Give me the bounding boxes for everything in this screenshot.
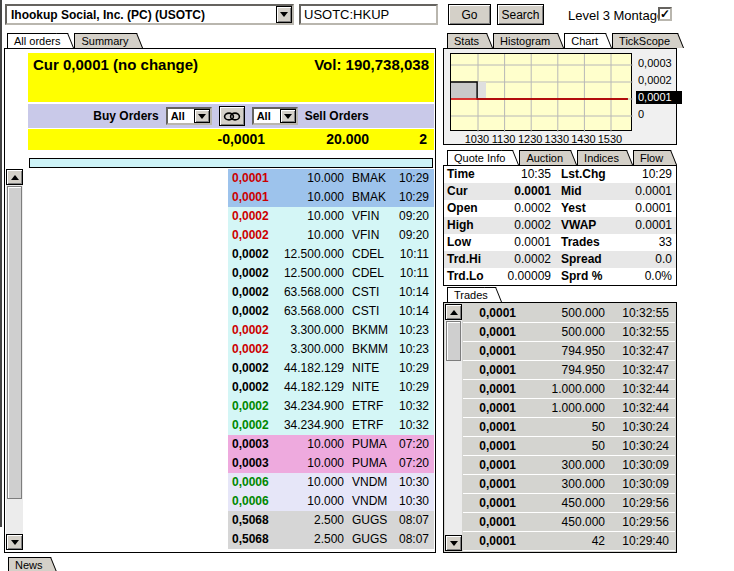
- order-size: 12.500.000: [280, 264, 344, 283]
- order-time: 10:30: [392, 492, 434, 511]
- quote-label: Trades: [551, 234, 615, 251]
- tab-tickscope[interactable]: TickScope: [612, 33, 675, 48]
- quote-value: 0.0001: [494, 183, 551, 200]
- chevron-down-icon[interactable]: [280, 109, 296, 123]
- sell-orders-label: Sell Orders: [305, 109, 369, 123]
- order-row[interactable]: 0,00023.300.000BKMM10:23: [25, 340, 434, 359]
- chevron-down-icon[interactable]: [276, 6, 292, 23]
- scroll-down-button[interactable]: [445, 535, 462, 551]
- scroll-up-button[interactable]: [445, 304, 462, 320]
- current-price-text: Cur 0,0001 (no change): [33, 56, 198, 99]
- trade-row[interactable]: 0,0001500.00010:32:55: [463, 304, 675, 323]
- symbol-select[interactable]: Ihookup Social, Inc. (PC) (USOTC): [5, 4, 294, 25]
- order-row[interactable]: 0,000212.500.000CDEL10:11: [25, 245, 434, 264]
- order-price: 0,0002: [228, 264, 280, 283]
- best-size: 20.000: [265, 129, 369, 150]
- order-row[interactable]: 0,000610.000VNDM10:30: [25, 473, 434, 492]
- tab-flow[interactable]: Flow: [633, 150, 668, 165]
- trade-row[interactable]: 0,0001450.00010:29:56: [463, 513, 675, 532]
- trade-row[interactable]: 0,0001794.95010:32:47: [463, 342, 675, 361]
- order-time: 08:07: [392, 511, 434, 530]
- order-size: 10.000: [280, 188, 344, 207]
- trades-scrollbar[interactable]: [445, 304, 462, 551]
- order-market-maker: ETRF: [344, 397, 392, 416]
- chevron-down-icon[interactable]: [194, 109, 210, 123]
- order-row[interactable]: 0,000263.568.000CSTI10:14: [25, 302, 434, 321]
- trade-row[interactable]: 0,00011.000.00010:32:44: [463, 380, 675, 399]
- order-row-sell-side: 0,000244.182.129NITE10:29: [228, 378, 434, 397]
- order-row-sell-side: 0,000610.000VNDM10:30: [228, 492, 434, 511]
- buy-filter-select[interactable]: All: [166, 107, 212, 125]
- order-row[interactable]: 0,000310.000PUMA07:20: [25, 454, 434, 473]
- link-filters-button[interactable]: [219, 106, 245, 126]
- go-button[interactable]: Go: [448, 4, 491, 25]
- order-row[interactable]: 0,000244.182.129NITE10:29: [25, 378, 434, 397]
- trade-price: 0,0001: [463, 380, 516, 398]
- trade-time: 10:32:47: [605, 342, 675, 360]
- trade-row[interactable]: 0,0001450.00010:29:56: [463, 494, 675, 513]
- scrollbar-thumb[interactable]: [446, 321, 461, 361]
- order-row-buy-side: [25, 378, 228, 397]
- trade-row[interactable]: 0,00015010:30:24: [463, 437, 675, 456]
- best-quote-row: -0,0001 20.000 2: [28, 129, 434, 150]
- tab-auction[interactable]: Auction: [519, 150, 568, 165]
- order-row[interactable]: 0,000244.182.129NITE10:29: [25, 359, 434, 378]
- order-row[interactable]: 0,000310.000PUMA07:20: [25, 435, 434, 454]
- orderbook-scrollbar[interactable]: [6, 169, 23, 550]
- price-chart-plot: [450, 53, 632, 131]
- order-row[interactable]: 0,000210.000VFIN09:20: [25, 226, 434, 245]
- scrollbar-thumb[interactable]: [7, 186, 22, 499]
- order-row-buy-side: [25, 416, 228, 435]
- tab-news[interactable]: News: [8, 557, 48, 571]
- scroll-down-button[interactable]: [6, 534, 23, 550]
- order-row-sell-side: 0,000210.000VFIN09:20: [228, 207, 434, 226]
- trade-row[interactable]: 0,0001300.00010:30:09: [463, 475, 675, 494]
- symbol-input[interactable]: [299, 4, 438, 25]
- order-row[interactable]: 0,000610.000VNDM10:30: [25, 492, 434, 511]
- trade-size: 450.000: [516, 494, 605, 512]
- scroll-up-button[interactable]: [6, 169, 23, 185]
- tab-trades[interactable]: Trades: [447, 287, 493, 302]
- sell-filter-select[interactable]: All: [252, 107, 298, 125]
- tab-all-orders[interactable]: All orders: [7, 33, 65, 48]
- order-row-buy-side: [25, 397, 228, 416]
- order-row[interactable]: 0,000234.234.900ETRF10:32: [25, 397, 434, 416]
- order-row[interactable]: 0,00023.300.000BKMM10:23: [25, 321, 434, 340]
- tab-indices[interactable]: Indices: [577, 150, 624, 165]
- quote-label: Open: [444, 200, 494, 217]
- trade-row[interactable]: 0,0001500.00010:32:55: [463, 323, 675, 342]
- order-row[interactable]: 0,000210.000VFIN09:20: [25, 207, 434, 226]
- trade-price: 0,0001: [463, 475, 516, 493]
- order-row[interactable]: 0,50682.500GUGS08:07: [25, 511, 434, 530]
- tab-stats[interactable]: Stats: [447, 33, 484, 48]
- tab-histogram[interactable]: Histogram: [493, 33, 555, 48]
- tab-chart[interactable]: Chart: [564, 33, 603, 48]
- order-row[interactable]: 0,000234.234.900ETRF10:32: [25, 416, 434, 435]
- trade-time: 10:32:44: [605, 380, 675, 398]
- tab-quote-info[interactable]: Quote Info: [447, 150, 510, 165]
- trade-row[interactable]: 0,00011.000.00010:32:44: [463, 399, 675, 418]
- order-row[interactable]: 0,000110.000BMAK10:29: [25, 188, 434, 207]
- trade-size: 50: [516, 418, 605, 436]
- trade-row[interactable]: 0,0001300.00010:30:09: [463, 456, 675, 475]
- order-size: 10.000: [280, 169, 344, 188]
- quote-row: Cur0.0001Mid0.0001: [444, 183, 676, 200]
- order-row[interactable]: 0,000263.568.000CSTI10:14: [25, 283, 434, 302]
- quote-info-panel: Time10:35Lst.Chg10:29Cur0.0001Mid0.0001O…: [443, 165, 677, 286]
- trade-size: 450.000: [516, 513, 605, 531]
- order-row[interactable]: 0,000212.500.000CDEL10:11: [25, 264, 434, 283]
- trade-size: 794.950: [516, 361, 605, 379]
- order-price: 0,0002: [228, 283, 280, 302]
- order-row[interactable]: 0,50682.500GUGS08:07: [25, 530, 434, 549]
- montage-checkbox[interactable]: ✓: [658, 7, 672, 21]
- trade-row[interactable]: 0,0001794.95010:32:47: [463, 361, 675, 380]
- order-row[interactable]: 0,000110.000BMAK10:29: [25, 169, 434, 188]
- tab-summary[interactable]: Summary: [74, 33, 133, 48]
- order-time: 10:14: [392, 302, 434, 321]
- trade-row[interactable]: 0,00015010:30:24: [463, 418, 675, 437]
- trade-row[interactable]: 0,00014210:29:40: [463, 532, 675, 551]
- order-row-sell-side: 0,000263.568.000CSTI10:14: [228, 302, 434, 321]
- y-tick-label: 0: [636, 108, 682, 121]
- check-icon: ✓: [660, 9, 670, 19]
- search-button[interactable]: Search: [497, 4, 544, 25]
